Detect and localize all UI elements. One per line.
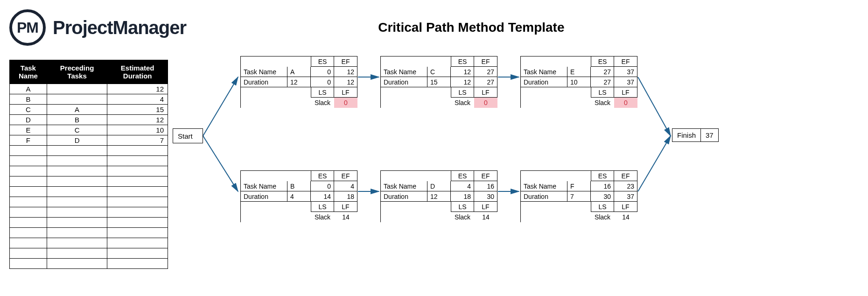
val-lf: 18 xyxy=(334,191,357,202)
val-es: 27 xyxy=(591,67,614,77)
lbl-taskname: Task Name xyxy=(521,181,567,191)
val-lf: 12 xyxy=(334,77,357,87)
table-row xyxy=(10,187,168,197)
hdr-ls: LS xyxy=(311,202,334,212)
cell-task: D xyxy=(10,115,47,125)
cell-prec: D xyxy=(47,135,107,146)
hdr-lf: LF xyxy=(474,202,497,212)
hdr-ef: EF xyxy=(334,171,357,181)
cell-prec xyxy=(47,84,107,94)
table-row xyxy=(10,228,168,238)
val-name: E xyxy=(567,67,591,77)
lbl-slack: Slack xyxy=(591,98,614,108)
val-slack: 14 xyxy=(334,212,357,222)
brand-name: ProjectManager xyxy=(53,17,186,38)
lbl-taskname: Task Name xyxy=(241,67,287,77)
svg-line-2 xyxy=(203,136,238,191)
table-row xyxy=(10,238,168,248)
val-ef: 37 xyxy=(614,67,637,77)
task-node-F: ESEFTask NameF1623Duration73037LSLFSlack… xyxy=(520,170,637,222)
val-lf: 27 xyxy=(474,77,497,87)
val-name: F xyxy=(567,181,591,191)
hdr-ls: LS xyxy=(591,87,614,98)
val-lf: 30 xyxy=(474,191,497,202)
cell-task: E xyxy=(10,125,47,135)
page-title: Critical Path Method Template xyxy=(378,20,564,35)
hdr-ls: LS xyxy=(451,202,474,212)
val-dur: 4 xyxy=(287,191,311,202)
val-ls: 30 xyxy=(591,191,614,202)
cell-dur: 7 xyxy=(107,135,168,146)
cell-prec: A xyxy=(47,105,107,115)
hdr-ls: LS xyxy=(591,202,614,212)
val-ef: 27 xyxy=(474,67,497,77)
task-node-B: ESEFTask NameB04Duration41418LSLFSlack14 xyxy=(240,170,357,222)
cell-prec: C xyxy=(47,125,107,135)
val-ls: 18 xyxy=(451,191,474,202)
table-row xyxy=(10,146,168,156)
val-ef: 16 xyxy=(474,181,497,191)
lbl-slack: Slack xyxy=(591,212,614,222)
val-ef: 12 xyxy=(334,67,357,77)
val-name: A xyxy=(287,67,311,77)
th-task: Task Name xyxy=(10,60,47,84)
table-row: CA15 xyxy=(10,105,168,115)
finish-node: Finish 37 xyxy=(672,128,719,142)
val-dur: 10 xyxy=(567,77,591,87)
finish-value: 37 xyxy=(701,129,718,141)
table-row: FD7 xyxy=(10,135,168,146)
table-row xyxy=(10,218,168,228)
val-slack: 0 xyxy=(614,98,637,108)
cell-prec xyxy=(47,94,107,105)
table-row xyxy=(10,259,168,269)
val-dur: 12 xyxy=(427,191,451,202)
lbl-taskname: Task Name xyxy=(381,67,427,77)
hdr-lf: LF xyxy=(334,202,357,212)
val-es: 16 xyxy=(591,181,614,191)
logo-icon: PM xyxy=(9,9,46,46)
val-es: 4 xyxy=(451,181,474,191)
task-node-E: ESEFTask NameE2737Duration102737LSLFSlac… xyxy=(520,56,637,108)
cell-dur: 10 xyxy=(107,125,168,135)
cell-task: F xyxy=(10,135,47,146)
cell-prec: B xyxy=(47,115,107,125)
hdr-ls: LS xyxy=(451,87,474,98)
val-slack: 14 xyxy=(474,212,497,222)
hdr-es: ES xyxy=(591,56,614,67)
cell-dur: 4 xyxy=(107,94,168,105)
hdr-es: ES xyxy=(451,56,474,67)
lbl-duration: Duration xyxy=(521,77,567,87)
hdr-es: ES xyxy=(311,56,334,67)
table-row: A12 xyxy=(10,84,168,94)
table-row: B4 xyxy=(10,94,168,105)
val-ls: 27 xyxy=(591,77,614,87)
val-name: D xyxy=(427,181,451,191)
lbl-slack: Slack xyxy=(451,98,474,108)
lbl-taskname: Task Name xyxy=(241,181,287,191)
svg-line-7 xyxy=(638,77,671,136)
hdr-es: ES xyxy=(591,171,614,181)
cell-task: A xyxy=(10,84,47,94)
table-row xyxy=(10,248,168,259)
val-ls: 12 xyxy=(451,77,474,87)
table-row: DB12 xyxy=(10,115,168,125)
cell-dur: 15 xyxy=(107,105,168,115)
val-es: 0 xyxy=(311,181,334,191)
task-node-D: ESEFTask NameD416Duration121830LSLFSlack… xyxy=(380,170,497,222)
val-name: C xyxy=(427,67,451,77)
val-slack: 0 xyxy=(474,98,497,108)
lbl-slack: Slack xyxy=(311,98,334,108)
task-node-C: ESEFTask NameC1227Duration151227LSLFSlac… xyxy=(380,56,497,108)
finish-label: Finish xyxy=(672,129,701,141)
table-row xyxy=(10,207,168,218)
hdr-ef: EF xyxy=(474,171,497,181)
task-table: Task Name Preceding Tasks Estimated Dura… xyxy=(9,60,168,269)
val-ls: 0 xyxy=(311,77,334,87)
th-dur: Estimated Duration xyxy=(107,60,168,84)
cell-dur: 12 xyxy=(107,115,168,125)
lbl-taskname: Task Name xyxy=(381,181,427,191)
val-ef: 4 xyxy=(334,181,357,191)
val-lf: 37 xyxy=(614,191,637,202)
hdr-lf: LF xyxy=(614,202,637,212)
table-row xyxy=(10,156,168,166)
